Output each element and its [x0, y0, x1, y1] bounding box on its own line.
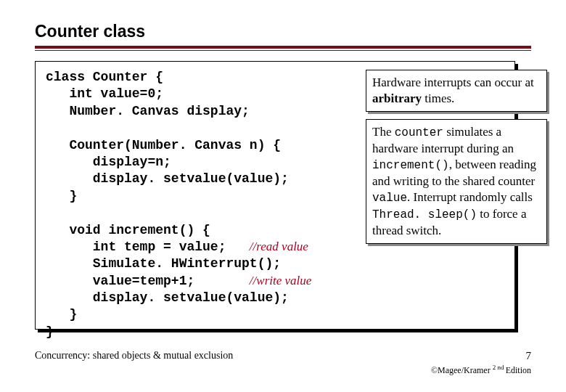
footer-credit: ©Magee/Kramer 2 nd Edition [431, 364, 531, 376]
title-rule-thick [35, 46, 531, 49]
title-rule-thin [35, 50, 531, 51]
callout-content-2: The counter simulates a hardware interru… [366, 119, 547, 243]
footer: Concurrency: shared objects & mutual exc… [35, 350, 531, 376]
code-line: int temp = value; [46, 240, 250, 254]
code-line: } [46, 307, 77, 322]
code-line: int value=0; [46, 86, 163, 101]
callout-text: The [372, 125, 395, 139]
callout-mono: value [372, 192, 407, 205]
credit-text: ©Magee/Kramer [431, 365, 493, 375]
code-comment: //write value [250, 274, 311, 287]
code-line: display=n; [46, 155, 171, 169]
code-line: } [46, 189, 77, 203]
slide-title: Counter class [35, 22, 531, 41]
footer-right: 7 ©Magee/Kramer 2 nd Edition [431, 350, 531, 376]
callout-mono: Thread. sleep() [372, 208, 477, 221]
code-line: display. setvalue(value); [46, 171, 289, 186]
callout-text: Hardware interrupts can occur at [372, 75, 534, 89]
code-line: Counter(Number. Canvas n) { [46, 138, 281, 152]
callout-mono: counter [395, 126, 443, 139]
code-line: value=temp+1; [46, 274, 250, 288]
footer-left: Concurrency: shared objects & mutual exc… [35, 350, 233, 362]
credit-sup: 2 nd [493, 364, 506, 371]
callout-box-1: Hardware interrupts can occur at arbitra… [366, 70, 547, 112]
code-line: Simulate. HWinterrupt(); [46, 256, 281, 271]
callout-content-1: Hardware interrupts can occur at arbitra… [366, 70, 547, 112]
callout-box-2: The counter simulates a hardware interru… [366, 119, 547, 243]
code-line: void increment() { [46, 223, 210, 237]
page-number: 7 [431, 350, 531, 362]
callout-text: times. [422, 91, 454, 105]
code-line: } [46, 324, 54, 339]
content-area: class Counter { int value=0; Number. Can… [35, 61, 531, 335]
callout-mono: increment() [372, 159, 449, 172]
callout-bold: arbitrary [372, 91, 422, 105]
callout-text: . Interrupt randomly calls [407, 190, 533, 204]
code-line: Number. Canvas display; [46, 104, 250, 118]
code-comment: //read value [250, 240, 308, 253]
title-block: Counter class [35, 22, 531, 51]
callout-column: Hardware interrupts can occur at arbitra… [366, 70, 547, 251]
code-line: class Counter { [46, 70, 163, 84]
code-line: display. setvalue(value); [46, 290, 289, 305]
credit-text: Edition [506, 365, 531, 375]
